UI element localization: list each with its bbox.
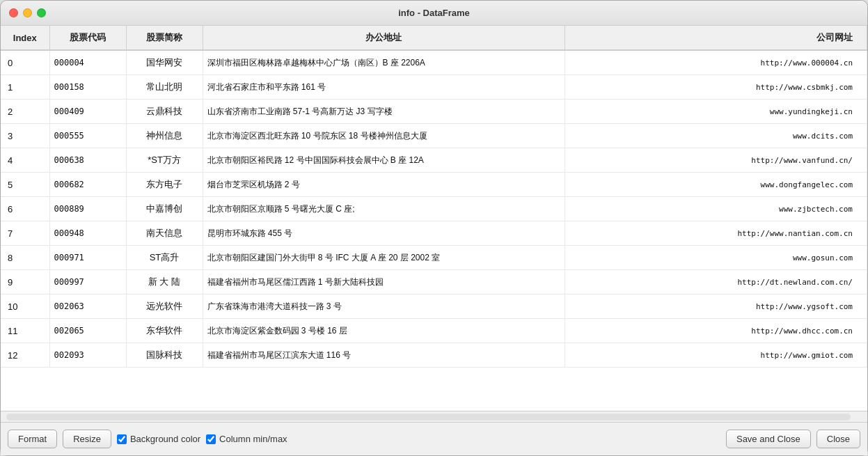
table-row[interactable]: 5000682东方电子烟台市芝罘区机场路 2 号www.dongfangelec… bbox=[1, 173, 867, 197]
col-header-name[interactable]: 股票简称 bbox=[126, 26, 203, 50]
cell-5-4: www.dongfangelec.com bbox=[565, 173, 867, 197]
cell-3-4: www.dcits.com bbox=[565, 124, 867, 148]
cell-5-3: 烟台市芝罘区机场路 2 号 bbox=[203, 173, 565, 197]
cell-3-0: 3 bbox=[1, 124, 49, 148]
cell-2-1: 000409 bbox=[49, 100, 126, 124]
background-color-label: Background color bbox=[130, 434, 200, 444]
window-title: info - DataFrame bbox=[398, 8, 470, 18]
cell-9-3: 福建省福州市马尾区儒江西路 1 号新大陆科技园 bbox=[203, 270, 565, 294]
resize-button[interactable]: Resize bbox=[63, 430, 111, 448]
cell-8-3: 北京市朝阳区建国门外大街甲 8 号 IFC 大厦 A 座 20 层 2002 室 bbox=[203, 246, 565, 270]
cell-11-4: http://www.dhcc.com.cn bbox=[565, 319, 867, 343]
cell-0-3: 深圳市福田区梅林路卓越梅林中心广场（南区）B 座 2206A bbox=[203, 50, 565, 75]
cell-5-0: 5 bbox=[1, 173, 49, 197]
table-header-row: Index 股票代码 股票简称 办公地址 公司网址 bbox=[1, 26, 867, 50]
cell-0-1: 000004 bbox=[49, 50, 126, 75]
save-close-button[interactable]: Save and Close bbox=[726, 430, 811, 448]
minimize-button[interactable] bbox=[23, 8, 32, 17]
table-row[interactable]: 3000555神州信息北京市海淀区西北旺东路 10 号院东区 18 号楼神州信息… bbox=[1, 124, 867, 148]
cell-6-2: 中嘉博创 bbox=[126, 197, 203, 221]
cell-11-1: 002065 bbox=[49, 319, 126, 343]
cell-7-1: 000948 bbox=[49, 221, 126, 246]
cell-10-1: 002063 bbox=[49, 294, 126, 319]
cell-11-2: 东华软件 bbox=[126, 319, 203, 343]
cell-1-0: 1 bbox=[1, 75, 49, 100]
maximize-button[interactable] bbox=[37, 8, 46, 17]
column-min-max-checkbox[interactable]: Column min/max bbox=[206, 434, 287, 444]
bottom-bar: Format Resize Background color Column mi… bbox=[1, 422, 867, 455]
format-button[interactable]: Format bbox=[8, 430, 57, 448]
cell-12-0: 12 bbox=[1, 343, 49, 368]
cell-2-2: 云鼎科技 bbox=[126, 100, 203, 124]
table-row[interactable]: 7000948南天信息昆明市环城东路 455 号http://www.nanti… bbox=[1, 221, 867, 246]
cell-6-0: 6 bbox=[1, 197, 49, 221]
cell-6-3: 北京市朝阳区京顺路 5 号曙光大厦 C 座; bbox=[203, 197, 565, 221]
cell-7-4: http://www.nantian.com.cn bbox=[565, 221, 867, 246]
cell-10-4: http://www.ygsoft.com bbox=[565, 294, 867, 319]
cell-9-4: http://dt.newland.com.cn/ bbox=[565, 270, 867, 294]
table-row[interactable]: 1000158常山北明河北省石家庄市和平东路 161 号http://www.c… bbox=[1, 75, 867, 100]
cell-12-1: 002093 bbox=[49, 343, 126, 368]
cell-3-2: 神州信息 bbox=[126, 124, 203, 148]
cell-9-1: 000997 bbox=[49, 270, 126, 294]
table-row[interactable]: 9000997新 大 陆福建省福州市马尾区儒江西路 1 号新大陆科技园http:… bbox=[1, 270, 867, 294]
table-row[interactable]: 4000638*ST万方北京市朝阳区裕民路 12 号中国国际科技会展中心 B 座… bbox=[1, 148, 867, 173]
table-row[interactable]: 10002063远光软件广东省珠海市港湾大道科技一路 3 号http://www… bbox=[1, 294, 867, 319]
h-scroll-track[interactable] bbox=[6, 414, 851, 420]
table-row[interactable]: 8000971ST高升北京市朝阳区建国门外大街甲 8 号 IFC 大厦 A 座 … bbox=[1, 246, 867, 270]
horizontal-scrollbar[interactable] bbox=[1, 411, 867, 422]
table-row[interactable]: 2000409云鼎科技山东省济南市工业南路 57-1 号高新万达 J3 写字楼w… bbox=[1, 100, 867, 124]
cell-5-2: 东方电子 bbox=[126, 173, 203, 197]
background-color-checkbox[interactable]: Background color bbox=[117, 434, 200, 444]
cell-2-4: www.yundingkeji.cn bbox=[565, 100, 867, 124]
title-bar: info - DataFrame bbox=[1, 1, 867, 26]
cell-4-1: 000638 bbox=[49, 148, 126, 173]
cell-1-3: 河北省石家庄市和平东路 161 号 bbox=[203, 75, 565, 100]
cell-2-0: 2 bbox=[1, 100, 49, 124]
cell-6-4: www.zjbctech.com bbox=[565, 197, 867, 221]
cell-8-4: www.gosun.com bbox=[565, 246, 867, 270]
cell-6-1: 000889 bbox=[49, 197, 126, 221]
cell-3-3: 北京市海淀区西北旺东路 10 号院东区 18 号楼神州信息大厦 bbox=[203, 124, 565, 148]
cell-12-2: 国脉科技 bbox=[126, 343, 203, 368]
col-header-address[interactable]: 办公地址 bbox=[203, 26, 565, 50]
cell-7-3: 昆明市环城东路 455 号 bbox=[203, 221, 565, 246]
col-header-code[interactable]: 股票代码 bbox=[49, 26, 126, 50]
cell-7-0: 7 bbox=[1, 221, 49, 246]
table-row[interactable]: 0000004国华网安深圳市福田区梅林路卓越梅林中心广场（南区）B 座 2206… bbox=[1, 50, 867, 75]
cell-4-0: 4 bbox=[1, 148, 49, 173]
table-row[interactable]: 6000889中嘉博创北京市朝阳区京顺路 5 号曙光大厦 C 座;www.zjb… bbox=[1, 197, 867, 221]
background-color-input[interactable] bbox=[117, 434, 127, 444]
cell-2-3: 山东省济南市工业南路 57-1 号高新万达 J3 写字楼 bbox=[203, 100, 565, 124]
cell-4-4: http://www.vanfund.cn/ bbox=[565, 148, 867, 173]
cell-7-2: 南天信息 bbox=[126, 221, 203, 246]
table-container[interactable]: Index 股票代码 股票简称 办公地址 公司网址 0000004国华网安深圳市… bbox=[1, 26, 867, 411]
cell-8-0: 8 bbox=[1, 246, 49, 270]
cell-11-0: 11 bbox=[1, 319, 49, 343]
cell-3-1: 000555 bbox=[49, 124, 126, 148]
cell-10-3: 广东省珠海市港湾大道科技一路 3 号 bbox=[203, 294, 565, 319]
column-min-max-input[interactable] bbox=[206, 434, 216, 444]
cell-12-4: http://www.gmiot.com bbox=[565, 343, 867, 368]
cell-0-2: 国华网安 bbox=[126, 50, 203, 75]
traffic-lights bbox=[9, 8, 46, 17]
cell-11-3: 北京市海淀区紫金数码园 3 号楼 16 层 bbox=[203, 319, 565, 343]
col-header-index[interactable]: Index bbox=[1, 26, 49, 50]
cell-10-2: 远光软件 bbox=[126, 294, 203, 319]
close-window-button[interactable]: Close bbox=[816, 430, 860, 448]
cell-8-1: 000971 bbox=[49, 246, 126, 270]
data-table: Index 股票代码 股票简称 办公地址 公司网址 0000004国华网安深圳市… bbox=[1, 26, 867, 368]
cell-0-0: 0 bbox=[1, 50, 49, 75]
cell-0-4: http://www.000004.cn bbox=[565, 50, 867, 75]
table-row[interactable]: 12002093国脉科技福建省福州市马尾区江滨东大道 116 号http://w… bbox=[1, 343, 867, 368]
cell-12-3: 福建省福州市马尾区江滨东大道 116 号 bbox=[203, 343, 565, 368]
cell-9-2: 新 大 陆 bbox=[126, 270, 203, 294]
col-header-url[interactable]: 公司网址 bbox=[565, 26, 867, 50]
cell-10-0: 10 bbox=[1, 294, 49, 319]
cell-1-1: 000158 bbox=[49, 75, 126, 100]
cell-4-2: *ST万方 bbox=[126, 148, 203, 173]
table-row[interactable]: 11002065东华软件北京市海淀区紫金数码园 3 号楼 16 层http://… bbox=[1, 319, 867, 343]
main-window: info - DataFrame Index 股票代码 股票简称 办公地址 公司… bbox=[0, 0, 868, 456]
cell-4-3: 北京市朝阳区裕民路 12 号中国国际科技会展中心 B 座 12A bbox=[203, 148, 565, 173]
close-button[interactable] bbox=[9, 8, 18, 17]
